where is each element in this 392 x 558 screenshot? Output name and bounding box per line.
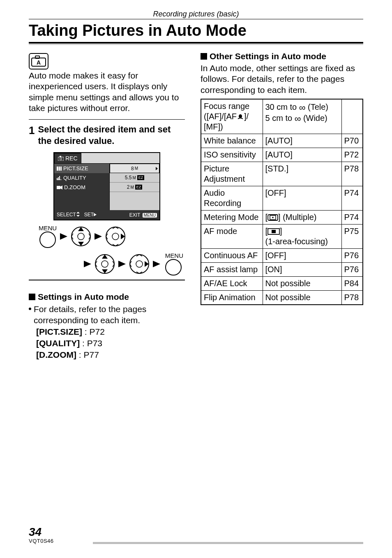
table-row: Flip AnimationNot possibleP78: [201, 290, 363, 305]
lcd-row-quality: QUALITY: [54, 173, 110, 183]
step-top-rule: [29, 119, 185, 120]
table-cell-page: P76: [341, 262, 363, 276]
ez-badge: EZ: [135, 185, 143, 190]
pictsize-icon: [57, 167, 62, 171]
step-text: Select the desired item and set the desi…: [38, 124, 185, 146]
lcd-label: D.ZOOM: [64, 184, 85, 190]
section-header: Recording pictures (basic): [29, 10, 363, 19]
table-cell-label: Focus range([AF]/[AF]/[MF]): [201, 99, 263, 134]
other-intro: In Auto mode, other settings are fixed a…: [201, 63, 363, 95]
arrow-right-icon: [95, 233, 102, 240]
table-row: AF mode[](1-area-focusing)P75: [201, 224, 363, 248]
menu-label: MENU: [165, 252, 183, 259]
table-cell-page: P74: [341, 210, 363, 224]
table-cell-label: Continuous AF: [201, 248, 263, 262]
title-rule-thick: [29, 42, 363, 44]
arrow-right-icon: [84, 261, 91, 267]
document-id: VQT0S46: [29, 538, 61, 544]
table-cell-value: [OFF]: [263, 248, 341, 262]
table-cell-page: P72: [341, 148, 363, 162]
dpad-right-icon: [105, 226, 126, 247]
table-cell-label: AF assist lamp: [201, 262, 263, 276]
setting-page: : P77: [79, 350, 99, 359]
table-row: Picture Adjustment[STD.]P78: [201, 162, 363, 186]
settings-intro: For details, refer to the pages correspo…: [34, 303, 185, 326]
ez-badge: EZ: [137, 175, 145, 180]
setting-page: : P72: [85, 327, 105, 336]
page-number: 34: [29, 526, 61, 538]
lcd-footer-exit: EXIT: [129, 212, 140, 218]
lcd-tab-rec: REC: [54, 153, 81, 164]
svg-rect-7: [59, 167, 60, 171]
svg-point-14: [78, 233, 84, 240]
lcd-footer-menu-badge: MENU: [143, 213, 157, 218]
lcd-footer-select: SELECT: [57, 212, 76, 218]
auto-mode-icon: A: [29, 53, 48, 69]
lcd-screen: REC PICT.SIZE 8M QUALITY: [53, 152, 160, 220]
table-row: Focus range([AF]/[AF]/[MF])30 cm to ∞ (T…: [201, 99, 363, 134]
menu-button-icon: [39, 232, 56, 248]
square-bullet-icon: [201, 53, 207, 60]
svg-rect-12: [57, 186, 60, 189]
setting-label: [QUALITY]: [36, 338, 80, 348]
step-number: 1: [29, 124, 35, 137]
nav-diagram: MENU: [39, 225, 185, 276]
lcd-footer: SELECT SET EXIT MENU: [54, 210, 159, 220]
bullet-item: For details, refer to the pages correspo…: [29, 303, 185, 326]
camera-icon: [58, 156, 64, 161]
svg-point-20: [136, 261, 143, 267]
table-row: AF/AE LockNot possibleP84: [201, 276, 363, 290]
table-cell-value: [STD.]: [263, 162, 341, 186]
dpad-up-down-icon: [95, 254, 115, 274]
table-cell-value: [OFF]: [263, 186, 341, 210]
other-settings-subhead: Other Settings in Auto mode: [201, 51, 363, 61]
table-cell-page: [341, 99, 363, 134]
arrow-right-icon: [60, 233, 67, 240]
svg-rect-3: [58, 157, 64, 161]
dpad-right-icon: [129, 254, 150, 274]
arrow-right-icon: [118, 261, 126, 267]
table-cell-value: [AUTO]: [263, 148, 341, 162]
table-cell-label: White balance: [201, 134, 263, 148]
lcd-footer-set: SET: [84, 212, 94, 218]
table-cell-page: P78: [341, 290, 363, 305]
setting-label: [PICT.SIZE]: [36, 327, 82, 336]
settings-subhead: Settings in Auto mode: [29, 292, 185, 302]
table-cell-label: Picture Adjustment: [201, 162, 263, 186]
svg-rect-25: [272, 230, 276, 233]
table-cell-page: P78: [341, 162, 363, 186]
lcd-value-dzoom: 2MEZ: [110, 183, 159, 192]
table-row: AF assist lamp[ON]P76: [201, 262, 363, 276]
menu-button-icon: [165, 259, 182, 276]
dpad-up-down-icon: [71, 226, 91, 247]
table-cell-label: ISO sensitivity: [201, 148, 263, 162]
svg-point-22: [272, 217, 274, 218]
step-bottom-rule: [29, 280, 185, 280]
table-cell-value: [] (Multiple): [263, 210, 341, 224]
page-footer: 34 VQT0S46: [29, 526, 363, 544]
lcd-row-pictsize: PICT.SIZE: [54, 164, 110, 173]
svg-point-18: [101, 261, 108, 267]
page-title: Taking Pictures in Auto Mode: [29, 22, 363, 39]
lcd-row-dzoom: D.ZOOM: [54, 183, 110, 192]
table-row: ISO sensitivity[AUTO]P72: [201, 148, 363, 162]
table-cell-value: [AUTO]: [263, 134, 341, 148]
table-cell-value: Not possible: [263, 276, 341, 290]
svg-rect-1: [35, 56, 39, 58]
table-cell-value: [](1-area-focusing): [263, 224, 341, 248]
header-rule: [29, 19, 363, 19]
square-bullet-icon: [29, 294, 35, 300]
table-cell-value: Not possible: [263, 290, 341, 305]
bullet-dot-icon: [29, 308, 31, 310]
dzoom-icon: [57, 185, 62, 190]
fixed-settings-table: Focus range([AF]/[AF]/[MF])30 cm to ∞ (T…: [201, 99, 363, 305]
lcd-tab-label: REC: [65, 155, 78, 162]
lcd-value-quality: 5.5MEZ: [110, 173, 159, 183]
setting-label: [D.ZOOM]: [36, 350, 76, 359]
svg-text:A: A: [37, 59, 41, 66]
step-1: 1 Select the desired item and set the de…: [29, 124, 185, 146]
lcd-label: PICT.SIZE: [63, 165, 88, 171]
setting-page: : P73: [82, 338, 102, 348]
table-row: Audio Recording[OFF]P74: [201, 186, 363, 210]
menu-label: MENU: [39, 225, 57, 232]
